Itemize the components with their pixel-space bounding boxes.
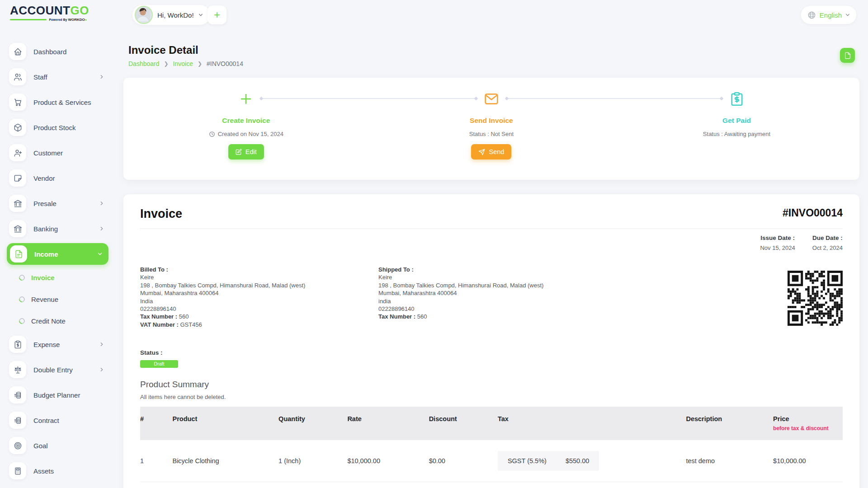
- sidebar-item-budget-planner[interactable]: Budget Planner: [0, 382, 116, 408]
- sidebar-item-label: Goal: [33, 442, 48, 450]
- plus-icon: +: [214, 9, 220, 20]
- total-rate: $10,000.00: [347, 482, 429, 488]
- sidebar-item-double-entry[interactable]: Double Entry: [0, 357, 116, 382]
- shipped-to-block: Shipped To : Keire 198 , Bombay Talkies …: [378, 266, 788, 328]
- issue-date: Issue Date : Nov 15, 2024: [760, 235, 795, 251]
- user-plus-icon: [14, 149, 22, 157]
- add-button[interactable]: +: [208, 5, 226, 24]
- sidebar-item-assets[interactable]: Assets: [0, 458, 116, 483]
- scales-icon: [14, 366, 22, 374]
- sidebar-subitem-label: Revenue: [31, 296, 58, 303]
- product-summary-note: All items here cannot be deleted.: [140, 394, 843, 400]
- chevron-down-icon: [98, 252, 102, 256]
- app-logo[interactable]: ACCOUNTGO Powered By WORKDO●: [10, 5, 87, 22]
- chevron-right-icon: [99, 201, 104, 206]
- step-title: Create Invoice: [123, 117, 369, 125]
- sidebar-item-contract[interactable]: Contract: [0, 408, 116, 433]
- home-icon: [14, 47, 22, 56]
- sidebar-item-presale[interactable]: Presale: [0, 191, 116, 216]
- total-tax: $550.00: [498, 482, 686, 488]
- sidebar-item-label: Product & Services: [33, 99, 91, 106]
- sidebar-subitem-revenue[interactable]: Revenue: [0, 288, 116, 310]
- step-send-invoice: Send Invoice Status : Not Sent Send: [369, 78, 614, 180]
- breadcrumb-dashboard[interactable]: Dashboard: [128, 60, 160, 67]
- invoice-workflow-card: Create Invoice Created on Nov 15, 2024 E…: [123, 78, 859, 180]
- sidebar-item-income[interactable]: Income: [7, 243, 108, 265]
- clipboard-dollar-icon: [14, 340, 22, 349]
- edit-icon: [236, 149, 242, 155]
- breadcrumb-invoice[interactable]: Invoice: [173, 60, 193, 67]
- sidebar-item-label: Banking: [33, 225, 58, 233]
- breadcrumb-current: #INVO00014: [207, 60, 243, 67]
- greeting-label: Hi, WorkDo!: [157, 11, 194, 19]
- sidebar-item-banking[interactable]: Banking: [0, 216, 116, 241]
- send-invoice-button[interactable]: Send: [471, 144, 511, 160]
- calculator-icon: [14, 467, 22, 475]
- sidebar-item-label: Double Entry: [33, 366, 73, 374]
- file-icon: [844, 52, 851, 59]
- billed-to-block: Billed To : Keire 198 , Bombay Talkies C…: [140, 266, 378, 328]
- price-subnote: before tax & discount: [773, 425, 839, 432]
- breadcrumb: Dashboard ❯ Invoice ❯ #INVO00014: [128, 60, 243, 67]
- bank-icon: [14, 199, 22, 208]
- logo-text: ACCOUNTGO: [10, 5, 87, 16]
- edit-invoice-button[interactable]: Edit: [228, 144, 264, 160]
- invoice-heading: Invoice: [140, 207, 182, 221]
- table-total-row: Total 1 $10,000.00 $0.00 $550.00: [140, 482, 843, 488]
- cart-icon: [14, 98, 22, 107]
- sidebar-item-staff[interactable]: Staff: [0, 64, 116, 89]
- sidebar-item-expense[interactable]: Expense: [0, 332, 116, 357]
- product-summary-title: Product Summary: [140, 380, 843, 389]
- chevron-down-icon: [198, 13, 203, 17]
- language-selector[interactable]: English: [801, 6, 856, 24]
- cell-tax: SGST (5.5%) $550.00: [498, 440, 686, 482]
- coins-icon: [14, 416, 22, 425]
- sidebar-item-label: Budget Planner: [33, 391, 80, 399]
- qr-code: [788, 271, 843, 326]
- sidebar-item-label: Staff: [33, 73, 47, 81]
- cell-price: $10,000.00: [773, 440, 843, 482]
- col-price: Price before tax & discount: [773, 407, 843, 440]
- page-title: Invoice Detail: [128, 44, 243, 56]
- users-icon: [14, 73, 22, 81]
- sidebar-item-vendor[interactable]: Vendor: [0, 165, 116, 191]
- col-discount: Discount: [429, 407, 498, 440]
- cell-num: 1: [140, 440, 172, 482]
- sidebar-item-customer[interactable]: Customer: [0, 140, 116, 165]
- step-status: Created on Nov 15, 2024: [123, 131, 369, 137]
- sidebar: Dashboard Staff Product & Services Produ…: [0, 39, 116, 483]
- sidebar-item-label: Income: [34, 250, 58, 258]
- box-icon: [14, 123, 22, 132]
- sidebar-item-label: Customer: [33, 149, 63, 157]
- sidebar-item-goal[interactable]: Goal: [0, 433, 116, 458]
- sidebar-item-dashboard[interactable]: Dashboard: [0, 39, 116, 64]
- sidebar-item-label: Assets: [33, 467, 54, 475]
- note-icon: [14, 174, 22, 183]
- user-menu[interactable]: Hi, WorkDo!: [132, 5, 210, 25]
- step-status: Status : Not Sent: [369, 131, 614, 137]
- chevron-right-icon: [99, 342, 104, 347]
- col-description: Description: [686, 407, 773, 440]
- step-status: Status : Awaiting payment: [614, 131, 859, 137]
- sidebar-item-label: Presale: [33, 200, 57, 207]
- preview-invoice-button[interactable]: [840, 48, 855, 63]
- invoice-detail-card: Invoice #INVO00014 Issue Date : Nov 15, …: [123, 194, 859, 488]
- step-get-paid: Get Paid Status : Awaiting payment: [614, 78, 859, 180]
- step-title: Get Paid: [614, 117, 859, 125]
- sidebar-subitem-credit-note[interactable]: Credit Note: [0, 310, 116, 332]
- col-tax: Tax: [498, 407, 686, 440]
- chevron-right-icon: ❯: [198, 61, 202, 67]
- step-title: Send Invoice: [369, 117, 614, 125]
- bullet-ring-icon: [18, 273, 26, 282]
- bank-icon: [14, 225, 22, 233]
- sidebar-subitem-invoice[interactable]: Invoice: [0, 267, 116, 288]
- sidebar-item-product-services[interactable]: Product & Services: [0, 89, 116, 115]
- chevron-down-icon: [845, 13, 850, 17]
- target-icon: [14, 441, 22, 450]
- due-date: Due Date : Oct 2, 2024: [812, 235, 843, 251]
- sidebar-item-product-stock[interactable]: Product Stock: [0, 115, 116, 140]
- col-quantity: Quantity: [278, 407, 347, 440]
- col-rate: Rate: [347, 407, 429, 440]
- chevron-right-icon: [99, 226, 104, 231]
- divider: [140, 228, 843, 229]
